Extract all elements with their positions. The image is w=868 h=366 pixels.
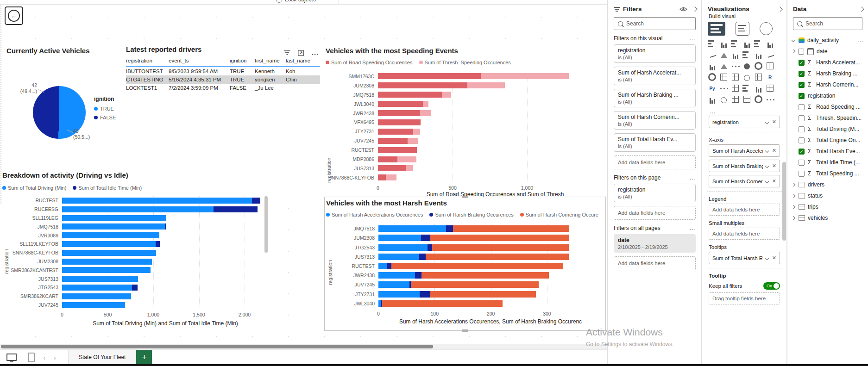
- visual-type-icon[interactable]: [708, 73, 719, 84]
- column-header-first_name[interactable]: first_name: [255, 57, 286, 67]
- bar-segment[interactable]: [413, 129, 420, 135]
- x-axis-field-pill[interactable]: Sum of Harsh Acceler...✕: [709, 144, 780, 157]
- chevron-down-icon[interactable]: [765, 256, 769, 260]
- field-tree-item-road-speeding-[interactable]: ΣRoad Speeding ...: [787, 101, 868, 112]
- legend-item[interactable]: Sum of Thresh. Speeding Occurences: [419, 60, 511, 65]
- table-cell[interactable]: FALSE: [230, 84, 255, 92]
- bar-segment[interactable]: [453, 225, 569, 232]
- bar-segment[interactable]: [432, 244, 569, 251]
- bar-segment[interactable]: [386, 174, 396, 180]
- remove-field-icon[interactable]: ✕: [772, 178, 776, 184]
- table-cell[interactable]: 5/16/2024 4:35:31 PM: [169, 75, 230, 84]
- table-cell[interactable]: CTG4TESTING: [126, 75, 169, 84]
- bar-segment[interactable]: [378, 174, 386, 180]
- visual-type-icon[interactable]: [731, 50, 742, 62]
- keep-all-filters-toggle[interactable]: On: [763, 282, 780, 290]
- table-cell[interactable]: 7/2/2024 3:59:09 PM: [169, 84, 230, 92]
- table-row[interactable]: IBUTTONTEST9/5/2023 9:59:54 AMTRUEKennet…: [126, 67, 320, 75]
- table-cell[interactable]: Kenneth: [255, 67, 286, 75]
- visual-type-icon[interactable]: [708, 39, 719, 50]
- bar-segment[interactable]: [132, 285, 138, 291]
- bar-segment[interactable]: [62, 241, 156, 247]
- x-axis-field-pill[interactable]: Sum of Harsh Corneri...✕: [709, 175, 780, 187]
- visual-type-icon[interactable]: [731, 95, 742, 106]
- chevron-right-icon[interactable]: [792, 183, 795, 186]
- y-axis-field-pill[interactable]: registration ✕: [709, 116, 780, 128]
- table-cell[interactable]: TRUE: [230, 67, 255, 75]
- visual-type-icon[interactable]: [754, 62, 766, 73]
- table-cell[interactable]: _Ju Lee: [255, 84, 286, 92]
- add-data-fields-target[interactable]: Add data fields here: [614, 206, 696, 220]
- bar-segment[interactable]: [442, 92, 451, 98]
- visual-type-icon[interactable]: [708, 62, 719, 73]
- bar-segment[interactable]: [421, 235, 430, 241]
- pie-legend-item[interactable]: FALSE: [94, 115, 116, 120]
- desktop-view-icon[interactable]: [6, 354, 17, 361]
- data-search-input[interactable]: Search: [793, 17, 862, 30]
- drag-tooltip-fields-target[interactable]: Drag tooltip fields here: [709, 292, 780, 304]
- bar-segment[interactable]: [378, 254, 419, 260]
- column-header-last_name[interactable]: last_name: [286, 57, 320, 67]
- bar-segment[interactable]: [62, 206, 214, 212]
- visual-speeding-events-chart[interactable]: Vehicles with the most Speeding Events S…: [324, 44, 606, 198]
- tooltip-field-pill[interactable]: Sum of Total Harsh Ev... ✕: [709, 252, 780, 264]
- field-checkbox[interactable]: [799, 126, 805, 132]
- filter-card[interactable]: Sum of Harsh Cornerin...is (All): [614, 111, 696, 130]
- resize-handle[interactable]: [462, 196, 468, 198]
- filter-card[interactable]: Sum of Total Harsh Ev...is (All): [614, 133, 696, 152]
- table-cell[interactable]: LOCKTEST1: [126, 84, 169, 92]
- bar-segment[interactable]: [378, 73, 481, 79]
- chevron-down-icon[interactable]: [765, 179, 769, 183]
- bar-segment[interactable]: [378, 225, 446, 232]
- filter-icon[interactable]: [284, 50, 290, 56]
- table-cell[interactable]: Koh: [286, 67, 320, 75]
- mobile-view-icon[interactable]: [28, 353, 35, 362]
- collapse-pane-icon[interactable]: [777, 6, 782, 12]
- bar-segment[interactable]: [62, 293, 131, 299]
- table-cell[interactable]: [286, 84, 320, 92]
- field-checkbox[interactable]: [798, 49, 804, 55]
- canvas-horizontal-scrollbar[interactable]: [0, 344, 607, 349]
- bar-segment[interactable]: [419, 254, 426, 260]
- bar-segment[interactable]: [378, 110, 420, 116]
- page-tab[interactable]: State Of Your Fleet: [68, 350, 136, 365]
- back-button[interactable]: ←: [5, 6, 23, 25]
- field-tree-item-harsh-braking-[interactable]: ✓ΣHarsh Braking ...: [787, 68, 868, 79]
- more-visuals-icon[interactable]: …: [710, 108, 786, 115]
- bar-segment[interactable]: [62, 276, 138, 282]
- visual-type-icon[interactable]: [766, 84, 777, 95]
- filter-card[interactable]: registrationis (All): [614, 184, 696, 202]
- table-cell[interactable]: TRUE: [230, 75, 255, 84]
- bar-segment[interactable]: [406, 165, 413, 171]
- bar-segment[interactable]: [430, 291, 536, 298]
- visual-activity-breakdown-chart[interactable]: Breakdown of activity (Driving vs Idle) …: [0, 167, 269, 330]
- remove-field-icon[interactable]: ✕: [772, 255, 776, 261]
- column-header-registration[interactable]: registration: [126, 57, 169, 67]
- visual-type-icon[interactable]: [754, 39, 766, 50]
- field-checkbox[interactable]: [799, 115, 805, 121]
- visual-type-icon[interactable]: [766, 39, 777, 50]
- bar-segment[interactable]: [411, 281, 538, 288]
- eye-icon[interactable]: [679, 6, 687, 12]
- drivers-table-header[interactable]: registrationevent_tsignitionfirst_namela…: [126, 57, 320, 67]
- qna-icon[interactable]: [760, 22, 773, 35]
- field-tree-item-date[interactable]: date: [787, 46, 868, 57]
- field-checkbox[interactable]: ✓: [799, 149, 805, 155]
- activity-scrollbar[interactable]: [264, 196, 268, 253]
- visual-type-icon[interactable]: [719, 73, 731, 84]
- bar-segment[interactable]: [378, 244, 428, 251]
- bar-segment[interactable]: [481, 73, 569, 79]
- visual-type-icon[interactable]: [742, 95, 754, 106]
- more-options-icon[interactable]: …: [689, 35, 696, 42]
- drivers-table[interactable]: registrationevent_tsignitionfirst_namela…: [126, 57, 320, 92]
- filter-card[interactable]: Sum of Harsh Braking ...is (All): [614, 89, 696, 107]
- bar-segment[interactable]: [378, 101, 423, 107]
- chevron-right-icon[interactable]: [792, 205, 795, 209]
- chevron-down-icon[interactable]: [765, 120, 769, 124]
- legend-item[interactable]: Sum of Total Driving (Min): [2, 185, 66, 191]
- add-data-fields-target[interactable]: Add data fields here: [614, 155, 696, 169]
- visual-type-icon[interactable]: [766, 50, 777, 62]
- visual-type-icon[interactable]: [754, 73, 766, 84]
- visual-type-icon[interactable]: [731, 39, 742, 50]
- field-tree-item-total-engine-on-[interactable]: ΣTotal Engine On...: [787, 135, 868, 146]
